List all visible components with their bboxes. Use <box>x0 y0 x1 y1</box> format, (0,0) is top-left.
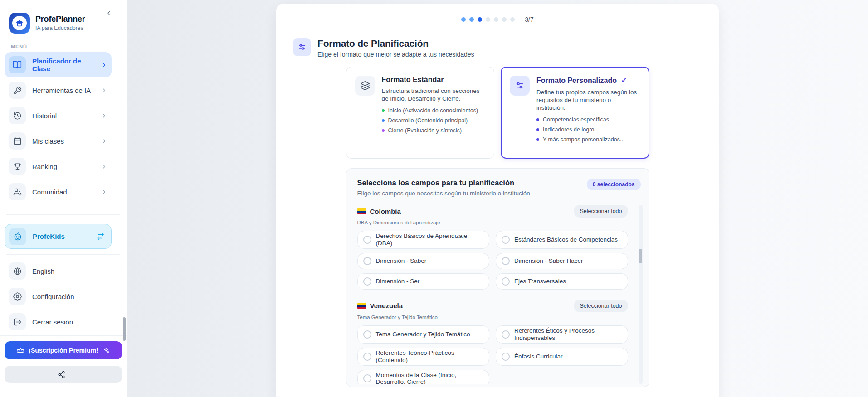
field-option[interactable]: Dimensión - Saber Hacer <box>496 253 628 269</box>
check-icon: ✓ <box>621 76 627 85</box>
bullet-item: Competencias específicas <box>536 116 640 123</box>
field-option[interactable]: Énfasis Curricular <box>496 348 628 366</box>
graduation-cap-icon <box>12 16 27 30</box>
radio-unchecked-icon[interactable] <box>363 353 371 361</box>
country-section-colombia: Colombia Seleccionar todo DBA y Dimensio… <box>357 205 628 290</box>
app-window: ProfePlanner IA para Educadores MENÚ Pla… <box>0 0 868 397</box>
sidebar-header: ProfePlanner IA para Educadores <box>0 0 127 38</box>
bullet-item: Desarrollo (Contenido principal) <box>382 117 486 124</box>
fields-selection-panel: Selecciona los campos para tu planificac… <box>346 168 649 387</box>
progress-dot <box>510 17 515 22</box>
sidebar-item-historial[interactable]: Historial <box>5 103 112 128</box>
select-all-button[interactable]: Seleccionar todo <box>574 300 628 312</box>
crown-icon <box>16 346 24 354</box>
sidebar-item-comunidad[interactable]: Comunidad <box>5 179 112 204</box>
sidebar-item-profekids[interactable]: ProfeKids <box>5 224 112 249</box>
bullet-dot <box>536 138 539 141</box>
field-option[interactable]: Tema Generador y Tejido Temático <box>357 325 490 344</box>
chevron-right-icon <box>101 87 107 94</box>
sidebar-item-language[interactable]: English <box>5 258 112 284</box>
app-tagline: IA para Educadores <box>35 25 85 31</box>
sidebar-item-mis-clases[interactable]: Mis clases <box>5 128 112 154</box>
sidebar-scrollbar-thumb[interactable] <box>123 317 126 341</box>
country-standard: Tema Generador y Tejido Temático <box>357 315 628 320</box>
sidebar-nav: Planificador de Clase Herramientas de IA <box>0 52 127 204</box>
radio-unchecked-icon[interactable] <box>502 236 510 244</box>
format-card-group: Formato Estándar Estructura tradicional … <box>346 67 649 159</box>
sidebar-item-label: Historial <box>32 112 94 120</box>
field-grid: Tema Generador y Tejido Temático Referen… <box>357 325 628 384</box>
sidebar-item-ranking[interactable]: Ranking <box>5 154 112 179</box>
field-option[interactable]: Momentos de la Clase (Inicio, Desarrollo… <box>357 370 490 384</box>
field-grid: Derechos Básicos de Aprendizaje (DBA) Es… <box>357 231 628 290</box>
radio-unchecked-icon[interactable] <box>363 374 371 382</box>
field-option[interactable]: Derechos Básicos de Aprendizaje (DBA) <box>357 231 490 249</box>
sidebar-item-planificador-de-clase[interactable]: Planificador de Clase <box>5 52 112 77</box>
bullet-dot <box>382 109 385 112</box>
wrench-icon <box>9 82 26 99</box>
page-subtitle: Elige el formato que mejor se adapte a t… <box>317 51 474 58</box>
radio-unchecked-icon[interactable] <box>363 330 371 339</box>
calendar-icon <box>9 132 26 150</box>
field-option[interactable]: Ejes Transversales <box>496 273 628 290</box>
sidebar-item-settings[interactable]: Configuración <box>5 284 112 309</box>
field-option[interactable]: Dimensión - Ser <box>357 273 490 290</box>
field-option[interactable]: Referentes Éticos y Procesos Indispensab… <box>496 325 628 344</box>
radio-unchecked-icon[interactable] <box>363 236 371 244</box>
radio-unchecked-icon[interactable] <box>502 257 510 265</box>
format-card-estandar[interactable]: Formato Estándar Estructura tradicional … <box>346 67 495 159</box>
gear-icon <box>9 288 26 305</box>
field-option[interactable]: Dimensión - Saber <box>357 253 490 269</box>
step-counter: 3/7 <box>525 16 533 23</box>
trophy-icon <box>9 158 26 175</box>
chevron-right-icon <box>101 189 107 195</box>
share-nodes-icon <box>58 371 65 378</box>
field-option[interactable]: Estándares Básicos de Competencias <box>496 231 628 249</box>
globe-icon <box>9 262 26 280</box>
wizard-progress: 3/7 <box>461 16 533 23</box>
sidebar-item-herramientas-de-ia[interactable]: Herramientas de IA <box>5 77 112 103</box>
radio-unchecked-icon[interactable] <box>502 330 510 339</box>
page-title: Formato de Planificación <box>317 38 474 49</box>
progress-dot <box>469 17 474 22</box>
fields-scrollbar-track[interactable] <box>639 205 643 384</box>
bullet-dot <box>382 119 385 122</box>
sidebar-collapse-button[interactable] <box>104 8 114 18</box>
logout-label: Cerrar sesión <box>32 318 107 326</box>
swap-arrows-icon <box>96 232 105 241</box>
venezuela-flag-icon <box>357 303 366 309</box>
share-whatsapp-button[interactable]: Compartir por WhatsApp <box>5 366 122 383</box>
bullet-dot <box>382 129 385 132</box>
premium-subscription-button[interactable]: ¡Suscripción Premium! <box>5 341 122 359</box>
fields-panel-subtitle: Elige los campos que necesitas según tu … <box>357 190 530 197</box>
progress-dot <box>494 17 498 22</box>
select-all-button[interactable]: Seleccionar todo <box>574 205 628 218</box>
fields-scrollbar-thumb[interactable] <box>639 249 642 263</box>
sidebar-item-logout[interactable]: Cerrar sesión <box>5 309 112 334</box>
radio-unchecked-icon[interactable] <box>363 277 371 286</box>
format-card-bullets: Competencias específicas Indicadores de … <box>536 116 640 143</box>
sidebar-item-label: Comunidad <box>32 188 94 196</box>
menu-section-label: MENÚ <box>11 44 127 49</box>
chevron-right-icon <box>101 138 107 145</box>
format-card-title: Formato Personalizado ✓ <box>536 76 640 85</box>
book-open-icon <box>9 56 26 73</box>
progress-dot <box>461 17 466 22</box>
field-option[interactable]: Referentes Teórico-Prácticos (Contenido) <box>357 348 490 366</box>
radio-unchecked-icon[interactable] <box>502 277 510 286</box>
sidebar-footer-nav: English Configuración Cerrar sesión <box>0 255 127 334</box>
country-name: Colombia <box>357 208 401 215</box>
country-section-venezuela: Venezuela Seleccionar todo Tema Generado… <box>357 300 628 384</box>
radio-unchecked-icon[interactable] <box>502 353 510 361</box>
radio-unchecked-icon[interactable] <box>363 257 371 265</box>
layers-icon <box>355 76 375 96</box>
divider <box>0 335 127 336</box>
bullet-dot <box>536 128 539 131</box>
main-content: 3/7 Formato de Planificación Elige el fo… <box>127 0 868 397</box>
users-icon <box>9 183 26 200</box>
wizard-card: 3/7 Formato de Planificación Elige el fo… <box>276 4 719 397</box>
colombia-flag-icon <box>357 208 366 214</box>
fields-scroll-area: Colombia Seleccionar todo DBA y Dimensio… <box>357 205 649 384</box>
format-card-personalizado-selected[interactable]: Formato Personalizado ✓ Define tus propi… <box>501 67 649 159</box>
sidebar-item-label: Ranking <box>32 163 94 170</box>
